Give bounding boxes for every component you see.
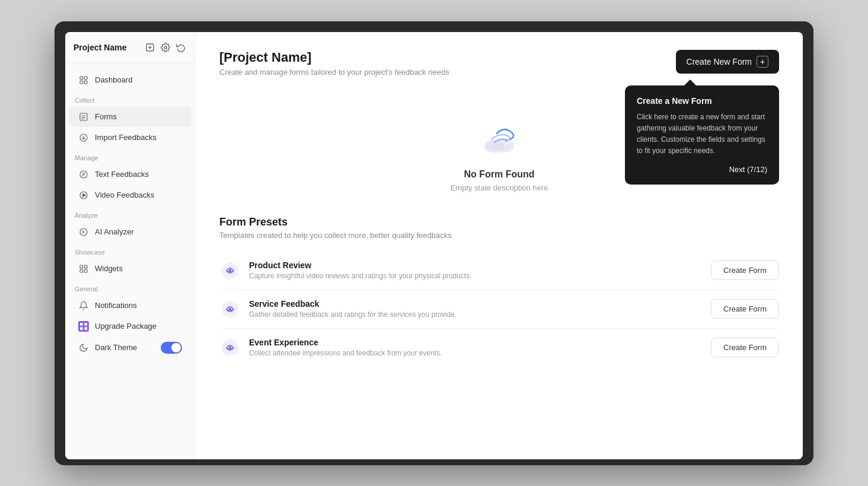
svg-rect-8 [80,113,87,120]
svg-rect-22 [84,265,87,268]
video-feedbacks-label: Video Feedbacks [95,190,154,199]
create-new-form-button[interactable]: Create New Form + [676,50,779,74]
section-showcase: Showcase [65,243,195,258]
sidebar-item-video-feedbacks[interactable]: Video Feedbacks [69,185,192,205]
tooltip-body: Click here to create a new form and star… [637,112,767,157]
sidebar-header: Project Name [65,32,195,63]
sidebar-item-ai-analyzer[interactable]: AI Analyzer [69,222,192,242]
page-subtitle: Create and manage forms tailored to your… [219,68,449,77]
sidebar-item-dashboard[interactable]: Dashboard [69,70,192,90]
create-form-button-0[interactable]: Create Form [711,261,779,280]
svg-rect-5 [84,77,87,80]
preset-icon-product [219,260,241,281]
preset-name-2: Event Experience [249,338,703,347]
presets-title: Form Presets [219,216,779,228]
sidebar: Project Name [65,32,196,459]
dark-theme-toggle-container: Dark Theme [95,342,182,354]
sidebar-item-forms[interactable]: Forms [69,107,192,127]
dark-theme-label: Dark Theme [95,343,137,352]
sidebar-item-dark-theme[interactable]: Dark Theme [69,337,192,358]
svg-rect-23 [80,269,83,272]
moon-icon [78,342,89,353]
create-form-button-2[interactable]: Create Form [711,338,779,357]
tooltip-title: Create a New Form [637,96,767,106]
widgets-icon [78,263,89,274]
empty-desc: Empty state description here [451,183,548,192]
tooltip-arrow [684,80,696,85]
preset-item: Event Experience Collect attendee impres… [219,329,779,367]
preset-name-0: Product Review [249,261,703,270]
create-new-form-label: Create New Form [687,57,752,66]
empty-title: No Form Found [464,169,534,180]
sidebar-item-widgets[interactable]: Widgets [69,259,192,279]
plus-icon: + [757,56,768,68]
create-btn-wrapper: Create New Form + [676,50,779,74]
add-icon[interactable] [144,42,156,53]
screen: Project Name [65,32,803,459]
tooltip-next[interactable]: Next (7/12) [637,165,767,174]
svg-point-3 [164,46,167,49]
dashboard-label: Dashboard [95,75,133,84]
forms-label: Forms [95,112,117,121]
import-feedbacks-label: Import Feedbacks [95,133,157,142]
preset-info-product: Product Review Capture insightful video … [249,261,703,280]
svg-point-31 [492,138,514,151]
dashboard-icon [78,75,89,85]
sidebar-header-icons [144,42,187,53]
tooltip-box: Create a New Form Click here to create a… [625,85,779,185]
main-content: [Project Name] Create and manage forms t… [196,32,803,459]
svg-point-33 [229,269,231,272]
svg-rect-24 [84,269,87,272]
svg-rect-28 [84,327,87,330]
preset-desc-2: Collect attendee impressions and feedbac… [249,349,703,357]
forms-icon [78,112,89,122]
tooltip-wrapper: Create a New Form Click here to create a… [625,80,779,185]
preset-item: Product Review Capture insightful video … [219,252,779,290]
sidebar-item-import-feedbacks[interactable]: Import Feedbacks [69,128,192,148]
refresh-icon[interactable] [175,42,187,53]
empty-illustration [470,112,529,160]
svg-rect-27 [80,327,83,330]
preset-icon-service [219,298,241,320]
svg-rect-21 [80,265,83,268]
presets-subtitle: Templates created to help you collect mo… [219,231,779,240]
ai-analyzer-label: AI Analyzer [95,227,134,236]
sidebar-item-text-feedbacks[interactable]: Text Feedbacks [69,164,192,185]
laptop-frame: Project Name [55,21,813,465]
text-icon [78,169,89,180]
page-header-text: [Project Name] Create and manage forms t… [219,50,449,77]
sidebar-item-notifications[interactable]: Notifications [69,296,192,316]
preset-item: Service Feedback Gather detailed feedbac… [219,290,779,329]
import-icon [78,132,89,143]
upgrade-label: Upgrade Package [95,322,157,331]
text-feedbacks-label: Text Feedbacks [95,170,149,179]
svg-point-35 [229,308,231,310]
create-form-button-1[interactable]: Create Form [711,299,779,319]
upgrade-icon [78,321,89,332]
preset-name-1: Service Feedback [249,299,703,309]
section-analyze: Analyze [65,206,195,221]
svg-rect-26 [84,323,87,326]
project-name: Project Name [74,43,126,52]
svg-rect-4 [80,77,83,80]
bell-icon [78,300,89,311]
section-collect: Collect [65,91,195,106]
video-icon [78,190,89,201]
section-general: General [65,279,195,295]
preset-info-event: Event Experience Collect attendee impres… [249,338,703,357]
preset-info-service: Service Feedback Gather detailed feedbac… [249,299,703,319]
presets-section: Form Presets Templates created to help y… [219,216,779,367]
widgets-label: Widgets [95,264,123,273]
page-header: [Project Name] Create and manage forms t… [219,50,779,77]
dark-theme-toggle[interactable] [161,342,182,354]
section-manage: Manage [65,148,195,164]
page-title: [Project Name] [219,50,449,65]
ai-icon [78,227,89,237]
sidebar-nav: Dashboard Collect Forms [65,63,195,459]
sidebar-item-upgrade[interactable]: Upgrade Package [69,316,192,336]
svg-rect-6 [80,81,83,84]
preset-desc-0: Capture insightful video reviews and rat… [249,272,703,280]
svg-point-37 [229,347,231,349]
notifications-label: Notifications [95,301,137,310]
settings-icon[interactable] [159,42,171,53]
